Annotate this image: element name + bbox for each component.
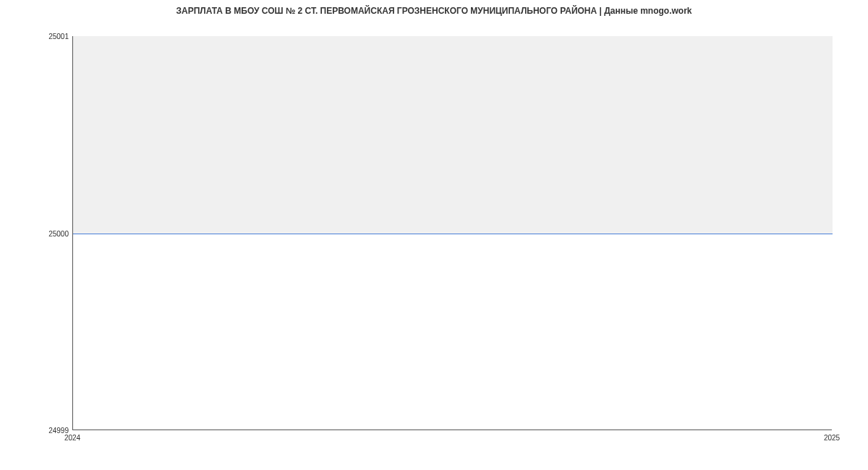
y-tick-label: 25001 bbox=[48, 33, 69, 40]
plot-area bbox=[72, 36, 832, 430]
y-tick-label: 25000 bbox=[48, 229, 69, 237]
chart-fill-area bbox=[73, 36, 833, 234]
chart-title: ЗАРПЛАТА В МБОУ СОШ № 2 СТ. ПЕРВОМАЙСКАЯ… bbox=[0, 6, 868, 16]
chart-line-series bbox=[73, 234, 833, 234]
y-tick-label: 24999 bbox=[48, 427, 69, 435]
x-tick-label: 2025 bbox=[824, 434, 840, 442]
x-tick-label: 2024 bbox=[64, 434, 80, 442]
